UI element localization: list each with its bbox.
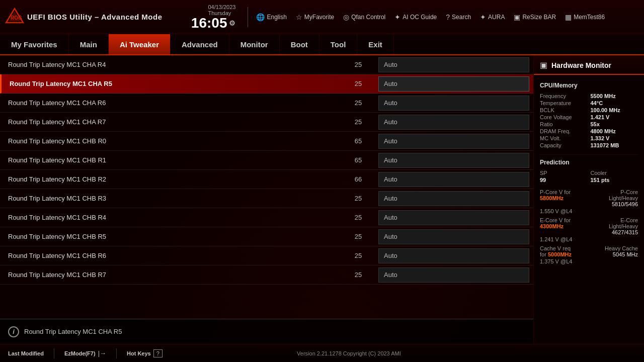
side-content: CPU/Memory Frequency 5500 MHz Temperatur…: [534, 75, 644, 344]
nav-qfan[interactable]: ◎ Qfan Control: [339, 11, 389, 23]
resize-icon: ▣: [514, 13, 520, 21]
menu-bar: My Favorites Main Ai Tweaker Advanced Mo…: [0, 34, 644, 55]
cpu-memory-grid: Frequency 5500 MHz Temperature 44°C BCLK…: [540, 93, 638, 148]
nav-language[interactable]: 🌐 English: [252, 11, 290, 23]
capacity-label: Capacity: [540, 142, 588, 148]
table-row[interactable]: Round Trip Latency MC1 CHB R6 25 Auto: [0, 246, 533, 265]
ratio-value: 55x: [591, 121, 638, 127]
ecore-lh-label2: Light/Heavy: [609, 223, 638, 229]
info-icon: i: [8, 326, 19, 337]
cache-for-label: for 5000MHz: [540, 251, 572, 257]
bios-title: UEFI BIOS Utility – Advanced Mode: [27, 13, 162, 21]
table-row[interactable]: Round Trip Latency MC1 CHB R3 25 Auto: [0, 189, 533, 208]
menu-ai-tweaker[interactable]: Ai Tweaker: [109, 34, 171, 54]
frequency-label: Frequency: [540, 93, 588, 99]
ecore-lh-value: 4627/4315: [609, 229, 638, 235]
logo-rog: ROG UEFI BIOS Utility – Advanced Mode: [5, 8, 162, 27]
datetime-area: 04/13/2023 Thursday 16:05 ⚙: [170, 4, 235, 30]
prediction-sp-grid: SP Cooler 99 151 pts: [540, 170, 638, 183]
prediction-details: P-Core V for 5800MHz P-Core Light/Heavy …: [540, 189, 638, 264]
cache-v-label: Cache V req: [540, 245, 572, 251]
nav-search[interactable]: ? Search: [442, 11, 475, 23]
pcore-voltage: 1.550 V @L4: [540, 208, 638, 214]
date-text: 04/13/2023 Thursday: [208, 4, 235, 16]
nav-memtest[interactable]: ▦ MemTest86: [561, 11, 609, 23]
menu-boot[interactable]: Boot: [280, 34, 319, 54]
nav-aioc[interactable]: ✦ AI OC Guide: [390, 11, 441, 23]
bottom-divider-1: [54, 348, 54, 358]
ecore-voltage: 1.241 V @L4: [540, 236, 638, 242]
cpu-memory-title: CPU/Memory: [540, 82, 638, 89]
menu-advanced[interactable]: Advanced: [171, 34, 229, 54]
sp-label: SP: [540, 170, 588, 176]
cache-voltage: 1.375 V @L4: [540, 258, 638, 264]
search-icon: ?: [446, 13, 450, 21]
menu-monitor[interactable]: Monitor: [229, 34, 280, 54]
cache-freq: 5000MHz: [548, 251, 572, 257]
ecore-v-label: E-Core V for: [540, 217, 571, 223]
core-voltage-label: Core Voltage: [540, 114, 588, 120]
nav-aura[interactable]: ✦ AURA: [476, 11, 509, 23]
cache-row: Cache V req for 5000MHz Heavy Cache 5045…: [540, 245, 638, 257]
frequency-value: 5500 MHz: [591, 93, 638, 99]
last-modified-item[interactable]: Last Modified: [8, 350, 44, 356]
table-row[interactable]: Round Trip Latency MC1 CHA R4 25 Auto: [0, 55, 533, 74]
side-panel-header: ▣ Hardware Monitor: [534, 55, 644, 75]
hot-keys-item[interactable]: Hot Keys ?: [127, 349, 163, 357]
settings-gear-icon[interactable]: ⚙: [229, 20, 235, 27]
mc-volt-value: 1.332 V: [591, 135, 638, 141]
hardware-monitor-title: Hardware Monitor: [551, 61, 611, 69]
ai-icon: ✦: [394, 13, 400, 21]
menu-main[interactable]: Main: [69, 34, 109, 54]
table-row[interactable]: Round Trip Latency MC1 CHB R4 25 Auto: [0, 208, 533, 227]
aura-icon: ✦: [480, 13, 486, 21]
version-text: Version 2.21.1278 Copyright (C) 2023 AMI: [163, 350, 535, 356]
bclk-value: 100.00 MHz: [591, 107, 638, 113]
bottom-bar: Last Modified EzMode(F7) |→ Hot Keys ? V…: [0, 344, 644, 362]
svg-text:ROG: ROG: [11, 15, 22, 21]
top-nav: 🌐 English ☆ MyFavorite ◎ Qfan Control ✦ …: [252, 11, 639, 23]
ratio-label: Ratio: [540, 121, 588, 127]
table-row[interactable]: Round Trip Latency MC1 CHB R0 65 Auto: [0, 132, 533, 151]
language-icon: 🌐: [256, 13, 265, 21]
table-row[interactable]: Round Trip Latency MC1 CHA R7 25 Auto: [0, 113, 533, 132]
pcore-lh-value: 5810/5496: [609, 201, 638, 207]
sp-value: 99: [540, 177, 588, 183]
nav-resize[interactable]: ▣ ReSize BAR: [510, 11, 560, 23]
logo-area: ROG UEFI BIOS Utility – Advanced Mode: [5, 8, 162, 27]
settings-list[interactable]: Round Trip Latency MC1 CHA R4 25 Auto Ro…: [0, 55, 533, 319]
table-row[interactable]: Round Trip Latency MC1 CHB R7 25 Auto: [0, 265, 533, 285]
mc-volt-label: MC Volt.: [540, 135, 588, 141]
favorite-icon: ☆: [296, 13, 302, 21]
last-modified-label: Last Modified: [8, 350, 44, 356]
table-row[interactable]: Round Trip Latency MC1 CHB R1 65 Auto: [0, 151, 533, 170]
ecore-freq: 4300MHz: [540, 223, 571, 229]
content-area: Round Trip Latency MC1 CHA R4 25 Auto Ro…: [0, 55, 644, 344]
table-row[interactable]: Round Trip Latency MC1 CHA R6 25 Auto: [0, 94, 533, 113]
prediction-title: Prediction: [540, 159, 638, 166]
table-row[interactable]: Round Trip Latency MC1 CHB R5 25 Auto: [0, 227, 533, 246]
core-voltage-value: 1.421 V: [591, 114, 638, 120]
heavy-cache-label: Heavy Cache: [605, 245, 638, 251]
time-display: 16:05 ⚙: [191, 16, 236, 30]
nav-myfavorite[interactable]: ☆ MyFavorite: [292, 11, 338, 23]
ez-mode-item[interactable]: EzMode(F7) |→: [64, 349, 106, 357]
menu-tool[interactable]: Tool: [319, 34, 358, 54]
table-row-selected[interactable]: Round Trip Latency MC1 CHA R5 25 Auto: [0, 74, 533, 94]
bclk-label: BCLK: [540, 107, 588, 113]
top-divider: [248, 7, 248, 27]
monitor-icon: ▣: [540, 60, 547, 70]
menu-favorites[interactable]: My Favorites: [0, 34, 69, 54]
bottom-left-actions: Last Modified EzMode(F7) |→ Hot Keys ?: [8, 348, 163, 358]
temperature-label: Temperature: [540, 100, 588, 106]
menu-exit[interactable]: Exit: [357, 34, 394, 54]
side-divider: [540, 154, 638, 155]
ecore-row: E-Core V for 4300MHz E-Core Light/Heavy …: [540, 217, 638, 235]
hot-keys-label: Hot Keys: [127, 350, 151, 356]
cooler-label: Cooler: [591, 170, 638, 176]
top-bar: ROG UEFI BIOS Utility – Advanced Mode 04…: [0, 0, 644, 34]
table-row[interactable]: Round Trip Latency MC1 CHB R2 66 Auto: [0, 170, 533, 189]
memtest-icon: ▦: [565, 13, 572, 21]
side-panel: ▣ Hardware Monitor CPU/Memory Frequency …: [533, 55, 644, 344]
pcore-lh-label: P-Core: [609, 189, 638, 195]
